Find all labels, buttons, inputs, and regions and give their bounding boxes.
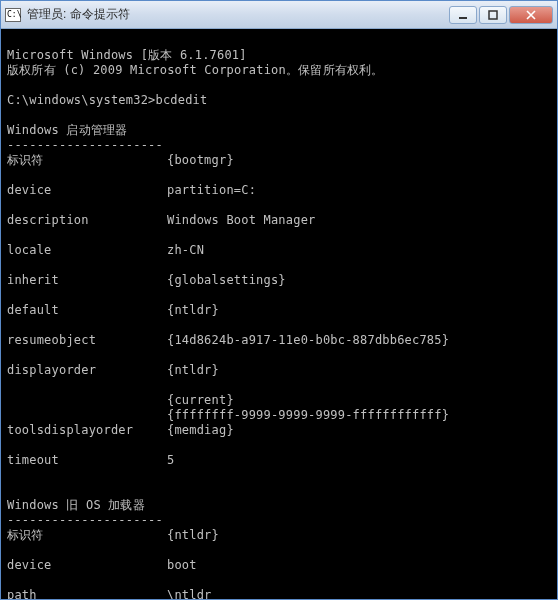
- section-title: Windows 启动管理器: [7, 123, 127, 137]
- window-title: 管理员: 命令提示符: [27, 6, 449, 23]
- table-row: displayorder{ntldr}: [7, 363, 551, 378]
- table-row: devicepartition=C:: [7, 183, 551, 198]
- window-titlebar[interactable]: C:\ 管理员: 命令提示符: [1, 1, 557, 29]
- table-row-continuation: {ffffffff-9999-9999-9999-ffffffffffff}: [7, 408, 449, 422]
- banner-line: Microsoft Windows [版本 6.1.7601]: [7, 48, 247, 62]
- table-row: inherit{globalsettings}: [7, 273, 551, 288]
- maximize-button[interactable]: [479, 6, 507, 24]
- section-divider: ---------------------: [7, 513, 163, 527]
- table-row: localezh-CN: [7, 243, 551, 258]
- prompt-path: C:\windows\system32>: [7, 93, 156, 107]
- table-row: path\ntldr: [7, 588, 551, 599]
- table-row: toolsdisplayorder{memdiag}: [7, 423, 551, 438]
- table-row: 标识符{ntldr}: [7, 528, 551, 543]
- minimize-button[interactable]: [449, 6, 477, 24]
- table-row: timeout5: [7, 453, 551, 468]
- prompt-command: bcdedit: [156, 93, 208, 107]
- table-row-continuation: {current}: [7, 393, 234, 407]
- svg-rect-1: [489, 11, 497, 19]
- minimize-icon: [458, 10, 468, 20]
- section-title: Windows 旧 OS 加载器: [7, 498, 145, 512]
- table-row: deviceboot: [7, 558, 551, 573]
- app-icon: C:\: [5, 8, 21, 22]
- terminal-output[interactable]: Microsoft Windows [版本 6.1.7601] 版权所有 (c)…: [1, 29, 557, 599]
- close-button[interactable]: [509, 6, 553, 24]
- close-icon: [526, 10, 536, 20]
- table-row: resumeobject{14d8624b-a917-11e0-b0bc-887…: [7, 333, 551, 348]
- section-divider: ---------------------: [7, 138, 163, 152]
- svg-rect-0: [459, 17, 467, 19]
- window-controls: [449, 6, 553, 24]
- table-row: 标识符{bootmgr}: [7, 153, 551, 168]
- banner-line: 版权所有 (c) 2009 Microsoft Corporation。保留所有…: [7, 63, 384, 77]
- command-prompt-window: C:\ 管理员: 命令提示符 Microsoft Windows [版本 6.1…: [0, 0, 558, 600]
- table-row: default{ntldr}: [7, 303, 551, 318]
- maximize-icon: [488, 10, 498, 20]
- table-row: descriptionWindows Boot Manager: [7, 213, 551, 228]
